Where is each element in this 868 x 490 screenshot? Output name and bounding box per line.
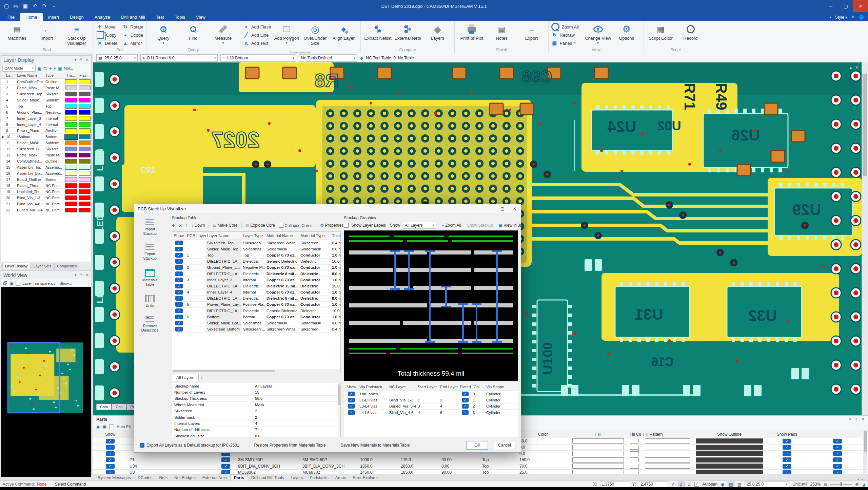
via-show-checkbox[interactable]: ✓ xyxy=(348,410,355,415)
ribbon-button[interactable]: Add Line xyxy=(243,32,271,38)
part-fill-pattern-swatch[interactable] xyxy=(696,445,763,450)
part-show-checkbox[interactable]: ✓ xyxy=(106,445,115,450)
part-show-pads-checkbox[interactable]: ✓ xyxy=(833,457,842,462)
parts-table-row[interactable]: ✓ U34 ✓ 8BIT_D/A_CONV_3CH 8BIT_D/A_CONV_… xyxy=(93,463,868,470)
graphics-layers-combo[interactable]: All Layers▾ xyxy=(403,222,436,229)
part-fill-checkbox[interactable] xyxy=(630,445,639,450)
part-show-checkbox[interactable]: ✓ xyxy=(106,464,115,469)
traces-color-swatch[interactable] xyxy=(65,165,77,170)
traces-color-swatch[interactable] xyxy=(65,116,77,121)
panel-close-icon[interactable]: ✕ xyxy=(86,58,89,62)
layer-row[interactable]: ▶ 22 Buried_Via_3-4 NC Prim... xyxy=(1,207,91,213)
canvas-view-tab[interactable]: Cam xyxy=(96,404,112,410)
dialog-title-bar[interactable]: PCB Stack Up Visualizer ▢ ✕ xyxy=(134,204,521,213)
stackup-row[interactable]: ✓ DIELECTRIC_LA... Dielectric Dielectric… xyxy=(172,271,340,277)
stackup-row[interactable]: ✓ Silkscreen_Bottom Silkscreen ... Silks… xyxy=(172,326,340,333)
flashes-color-swatch[interactable] xyxy=(79,134,91,139)
layer-row[interactable]: ▶ 20 Blind_Via_1-3 NC Prim... xyxy=(1,195,91,201)
layer-row[interactable]: ▶ 21 Blind_Via_4-6 NC Prim... xyxy=(1,201,91,207)
flashes-color-swatch[interactable] xyxy=(79,116,91,121)
panel-dropdown-icon[interactable]: ▾ xyxy=(849,417,851,421)
layer-row[interactable]: ▶ 14 ComOutlineB... Outline ... xyxy=(1,158,91,164)
ribbon-button[interactable]: Notes xyxy=(487,22,516,41)
panel-close-icon[interactable]: ✕ xyxy=(86,273,89,277)
via-row[interactable]: ✓ Thru holes ✓ 0 Cylinder xyxy=(344,391,518,397)
show-layer-labels-checkbox[interactable] xyxy=(344,223,349,228)
world-zoom-icon[interactable]: 🗗 xyxy=(3,281,7,286)
ribbon-button[interactable]: Rotate xyxy=(122,23,143,30)
traces-color-swatch[interactable] xyxy=(65,177,77,182)
ribbon-button[interactable]: Add Flash xyxy=(243,23,271,30)
stackup-row[interactable]: ✓ 2 Ground_Plane_L... Negative Pl... Cop… xyxy=(172,265,340,271)
bottom-tab[interactable]: Net Bridges xyxy=(171,475,199,481)
parts-scrollbar[interactable] xyxy=(863,430,867,473)
properties-scrollbar[interactable] xyxy=(338,383,340,437)
via-row[interactable]: ✓ L1-L3 vias Blind_Via_1-3 1 3 ✓ 1 Cylin… xyxy=(344,397,518,403)
part-show-checkbox[interactable]: ✓ xyxy=(106,439,115,444)
part-show-pads-checkbox[interactable]: ✓ xyxy=(833,451,842,456)
auto-fit-checkbox[interactable] xyxy=(109,425,114,429)
export-ipc2581-checkbox-group[interactable]: ✓ Export All Layers as a Default stackup… xyxy=(140,443,239,448)
flashes-color-swatch[interactable] xyxy=(79,195,91,200)
flashes-color-swatch[interactable] xyxy=(79,202,91,206)
layer-row[interactable]: ▶ 13 Paste_Mask_... Paste M... xyxy=(1,152,91,158)
stackup-show-checkbox[interactable]: ✓ xyxy=(175,302,183,307)
part-color-swatch[interactable] xyxy=(572,457,624,463)
resize-grip-icon[interactable]: ◢ xyxy=(862,482,865,487)
stackup-show-checkbox[interactable]: ✓ xyxy=(175,253,183,258)
ribbon-button[interactable]: External Nets xyxy=(393,22,422,41)
canvas-vertical-scrollbar[interactable] xyxy=(862,62,868,415)
layer-transparency-checkbox[interactable] xyxy=(16,281,20,286)
bottom-tab[interactable]: Drill and Mill Tools xyxy=(248,475,287,481)
traces-color-swatch[interactable] xyxy=(65,86,77,90)
via-row[interactable]: ✓ L3-L4 vias Buried_Via_3-4 3 4 ✓ 2 Cyli… xyxy=(344,403,518,410)
stackup-row[interactable]: ✓ 4 Inner_Layer_4 Internal Copper 0.73 o… xyxy=(172,289,340,296)
panel-pin-icon[interactable]: 🖈 xyxy=(854,417,858,421)
world-pan-icon[interactable]: ▣ xyxy=(9,281,14,286)
flashes-color-swatch[interactable] xyxy=(79,189,91,194)
ribbon-button[interactable]: Layers xyxy=(423,22,452,41)
traces-color-swatch[interactable] xyxy=(65,104,77,109)
ribbon-tab[interactable]: Tools xyxy=(170,13,191,21)
ribbon-button[interactable]: Find▼ xyxy=(179,22,208,46)
flashes-color-swatch[interactable] xyxy=(79,177,91,182)
autopan-checkbox[interactable]: ✓ xyxy=(694,482,699,487)
stackup-show-checkbox[interactable]: ✓ xyxy=(175,284,183,288)
stackup-row[interactable]: ✓ Solder_Mask_Bot... Soldermas... Solder… xyxy=(172,320,340,326)
all-layers-tab[interactable]: All Layers xyxy=(172,374,199,381)
parts-filter-icon[interactable]: ◆ xyxy=(96,424,100,429)
part-color-swatch[interactable] xyxy=(572,464,624,469)
layer-row[interactable]: ▶ 2 Paste_Mask_... Paste M... xyxy=(1,85,91,91)
graphics-zoom-all-button[interactable]: ⌕ Zoom All xyxy=(442,223,461,228)
ribbon-tab[interactable]: Insert xyxy=(43,13,65,21)
maximize-button[interactable]: ▢ xyxy=(838,0,853,12)
ribbon-tab[interactable]: Design xyxy=(64,13,89,21)
via-plated-checkbox[interactable]: ✓ xyxy=(462,398,469,402)
origin-icon[interactable]: ◉ xyxy=(721,482,724,487)
parts-table-row[interactable]: ✓ P1 ✓ 3M-SMD-50P 3M-SMD-50P 1000.0 175.… xyxy=(93,457,868,464)
part-color-swatch[interactable] xyxy=(572,438,624,444)
theme-brush-icon[interactable]: ✎ xyxy=(851,15,855,20)
traces-color-swatch[interactable] xyxy=(65,183,77,188)
stackup-show-checkbox[interactable]: ✓ xyxy=(175,290,183,295)
part-fill-pattern-swatch[interactable] xyxy=(696,464,763,469)
layer-row[interactable]: ▶ 17 Board_Outline Border xyxy=(1,176,91,183)
cancel-button[interactable]: Cancel xyxy=(494,441,515,450)
stackup-row[interactable]: ✓ 6 Bottom Bottom Copper 0.73 oz... Cond… xyxy=(172,314,340,320)
delete-layer-icon[interactable]: × xyxy=(54,66,56,71)
add-layer-icon[interactable]: + xyxy=(172,222,175,228)
layer-row[interactable]: ▶ 10 *Bottom Bottom xyxy=(1,134,91,140)
part-show-pads-checkbox[interactable]: ✓ xyxy=(833,464,842,469)
layer-row[interactable]: ▶ 7 Inner_Layer_3 Internal xyxy=(1,115,91,121)
stackup-show-checkbox[interactable]: ✓ xyxy=(175,265,183,270)
flashes-color-swatch[interactable] xyxy=(79,79,91,84)
part-show-outline-checkbox[interactable]: ✓ xyxy=(783,464,791,469)
help-icon[interactable]: 🌐 xyxy=(859,15,864,20)
ribbon-button[interactable]: Script Editor xyxy=(647,22,675,41)
ribbon-button[interactable]: Measure▼ xyxy=(209,22,237,46)
ribbon-button[interactable]: Over/Under Size▼ xyxy=(301,22,329,51)
rail-button[interactable]: Export Stackup xyxy=(138,244,162,261)
ribbon-button[interactable]: Change View▼ xyxy=(584,22,612,46)
move-up-icon[interactable]: ↑ xyxy=(185,223,188,228)
rail-button[interactable]: Remove Dielectrics xyxy=(138,316,162,333)
